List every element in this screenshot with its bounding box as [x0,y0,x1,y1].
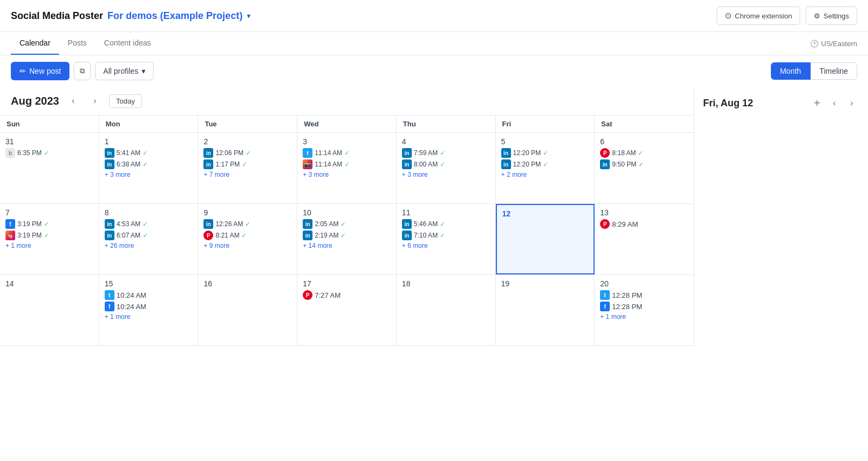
event[interactable]: f 10:24 AM [105,302,193,311]
timeline-view-button[interactable]: Timeline [810,62,857,80]
more-events-link[interactable]: + 3 more [105,171,193,178]
sidebar-add-button[interactable]: + [809,95,825,111]
event[interactable]: in 4:53 AM ✓ [105,219,193,229]
event[interactable]: ig 3:19 PM ✓ [5,230,93,240]
linkedin-icon: in [203,159,213,169]
cell-aug9[interactable]: 9 in 12:26 AM ✓ P 8:21 AM ✓ + 9 more [198,204,297,274]
event[interactable]: f 12:28 PM [600,302,688,311]
event[interactable]: in 2:05 AM ✓ [303,219,391,229]
cell-aug4[interactable]: 4 in 7:59 AM ✓ in 8:00 AM ✓ + 3 more [397,133,496,203]
event[interactable]: in 7:59 AM ✓ [402,148,490,158]
event[interactable]: in 8:00 AM ✓ [402,159,490,169]
timezone-label: US/Eastern [821,40,857,48]
event[interactable]: in 6:38 AM ✓ [105,159,193,169]
event[interactable]: t 11:14 AM ✓ [303,148,391,158]
linkedin-icon: in [303,219,312,229]
event[interactable]: P 8:18 AM ✓ [600,148,688,158]
today-button[interactable]: Today [109,94,142,108]
more-events-link[interactable]: + 3 more [303,171,391,178]
event[interactable]: P 7:27 AM [303,290,391,300]
project-dropdown-icon[interactable]: ▾ [247,11,251,20]
check-icon: ✓ [143,221,148,228]
tab-calendar[interactable]: Calendar [11,32,59,55]
event[interactable]: t 12:28 PM [600,290,688,300]
cell-aug31[interactable]: 31 b 6:35 PM ✓ [0,133,99,203]
event[interactable]: in 2:19 AM ✓ [303,230,391,240]
event[interactable]: in 5:46 AM ✓ [402,219,490,229]
cell-aug7[interactable]: 7 f 3:19 PM ✓ ig 3:19 PM ✓ + 1 more [0,204,99,274]
event[interactable]: in 12:26 AM ✓ [203,219,291,229]
facebook-icon: f [5,219,15,229]
cell-aug19[interactable]: 19 [496,275,595,345]
linkedin-icon: in [600,159,610,169]
more-events-link[interactable]: + 14 more [303,242,391,249]
cell-aug16[interactable]: 16 [198,275,297,345]
profiles-label: All profiles [103,67,138,75]
calendar-grid: Sun Mon Tue Wed Thu Fri Sat 31 b 6:35 PM… [0,115,694,346]
cell-aug6[interactable]: 6 P 8:18 AM ✓ in 9:50 PM ✓ [595,133,694,203]
event[interactable]: in 12:20 PM ✓ [501,148,589,158]
cell-aug2[interactable]: 2 in 12:06 PM ✓ in 1:17 PM ✓ + 7 more [198,133,297,203]
pencil-icon: ✏ [20,67,26,75]
days-header: Sun Mon Tue Wed Thu Fri Sat [0,116,694,133]
month-view-button[interactable]: Month [771,62,810,80]
linkedin-icon: in [402,219,412,229]
event[interactable]: in 12:06 PM ✓ [203,148,291,158]
sidebar-prev-button[interactable]: ‹ [827,95,842,111]
next-month-button[interactable]: › [87,93,103,108]
more-events-link[interactable]: + 6 more [402,242,490,249]
more-events-link[interactable]: + 9 more [203,242,291,249]
more-events-link[interactable]: + 7 more [203,171,291,178]
event[interactable]: in 6:07 AM ✓ [105,230,193,240]
copy-button[interactable]: ⧉ [74,62,91,80]
check-icon: ✓ [440,161,445,168]
cell-aug5[interactable]: 5 in 12:20 PM ✓ in 12:20 PM ✓ + 2 more [496,133,595,203]
cell-aug20[interactable]: 20 t 12:28 PM f 12:28 PM + 1 more [595,275,694,345]
twitter-icon: t [303,148,312,158]
more-events-link[interactable]: + 3 more [402,171,490,178]
cell-aug3[interactable]: 3 t 11:14 AM ✓ 📷 11:14 AM ✓ + 3 more [297,133,397,203]
event[interactable]: in 9:50 PM ✓ [600,159,688,169]
chrome-extension-button[interactable]: ⊙ Chrome extension [717,7,801,25]
cell-aug18[interactable]: 18 [397,275,496,345]
event[interactable]: P 8:21 AM ✓ [203,230,291,240]
cell-aug15[interactable]: 15 t 10:24 AM f 10:24 AM + 1 more [99,275,199,345]
event[interactable]: in 7:10 AM ✓ [402,230,490,240]
event[interactable]: P 8:29 AM [600,219,688,229]
event[interactable]: t 10:24 AM [105,290,193,300]
clock-icon: 🕐 [810,40,819,48]
toolbar-right: Month Timeline [771,62,857,80]
cell-aug14[interactable]: 14 [0,275,99,345]
event[interactable]: b 6:35 PM ✓ [5,148,93,158]
more-events-link[interactable]: + 1 more [105,313,193,321]
sidebar-next-button[interactable]: › [844,95,859,111]
copy-icon: ⧉ [80,67,85,75]
cell-aug13[interactable]: 13 P 8:29 AM [595,204,694,274]
cell-aug12-today[interactable]: 12 [496,204,595,274]
cell-aug1[interactable]: 1 in 5:41 AM ✓ in 6:38 AM ✓ + 3 more [99,133,199,203]
event[interactable]: 📷 11:14 AM ✓ [303,159,391,169]
cell-aug8[interactable]: 8 in 4:53 AM ✓ in 6:07 AM ✓ + 26 more [99,204,199,274]
tab-posts[interactable]: Posts [59,32,95,55]
cell-aug10[interactable]: 10 in 2:05 AM ✓ in 2:19 AM ✓ + 14 more [297,204,397,274]
day-sidebar: Fri, Aug 12 + ‹ › [694,87,868,346]
prev-month-button[interactable]: ‹ [66,93,81,108]
new-post-button[interactable]: ✏ New post [11,62,69,80]
linkedin-icon: in [402,159,412,169]
event[interactable]: in 5:41 AM ✓ [105,148,193,158]
settings-label: Settings [824,12,849,20]
tab-content-ideas[interactable]: Content ideas [95,32,159,55]
check-icon: ✓ [44,232,49,239]
profiles-dropdown[interactable]: All profiles ▾ [95,62,154,80]
project-name[interactable]: For demos (Example Project) [107,10,242,22]
more-events-link[interactable]: + 26 more [105,242,193,249]
settings-button[interactable]: ⚙ Settings [806,7,857,25]
more-events-link[interactable]: + 1 more [5,242,93,249]
event[interactable]: in 12:20 PM ✓ [501,159,589,169]
event[interactable]: f 3:19 PM ✓ [5,219,93,229]
cell-aug17[interactable]: 17 P 7:27 AM [297,275,397,345]
cell-aug11[interactable]: 11 in 5:46 AM ✓ in 7:10 AM ✓ + 6 more [397,204,496,274]
more-events-link[interactable]: + 1 more [600,313,688,321]
more-events-link[interactable]: + 2 more [501,171,589,178]
event[interactable]: in 1:17 PM ✓ [203,159,291,169]
